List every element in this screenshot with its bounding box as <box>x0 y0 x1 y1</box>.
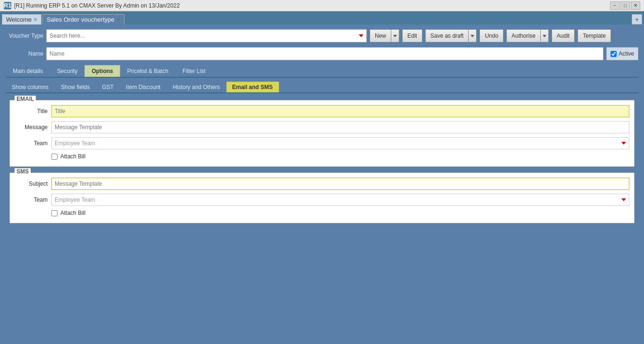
new-button-group: New <box>370 29 399 42</box>
authorise-button[interactable]: Authorise <box>506 29 540 42</box>
name-input[interactable] <box>46 47 603 60</box>
title-bar: R1 [R1] Running ERP 5.1 on CMAX Server B… <box>0 0 644 11</box>
new-dropdown-arrow-icon <box>393 35 397 37</box>
email-team-label: Team <box>15 140 48 147</box>
title-bar-title: [R1] Running ERP 5.1 on CMAX Server By A… <box>14 2 180 9</box>
sms-legend: SMS <box>15 168 31 175</box>
tab-welcome-label: Welcome <box>6 16 32 23</box>
voucher-type-label: Voucher Type <box>6 33 43 39</box>
sms-attach-bill-row: Attach Bill <box>15 210 629 216</box>
sms-section: SMS Subject Team Employee Team Attach Bi… <box>9 172 635 223</box>
voucher-type-search[interactable] <box>46 29 367 42</box>
sms-subject-input[interactable] <box>51 178 629 190</box>
subtab-history-others[interactable]: History and Others <box>166 82 226 92</box>
email-title-row: Title <box>15 105 629 117</box>
authorise-dropdown-arrow-icon <box>543 35 546 37</box>
form-sections: EMAIL Title Message Team Employee Team <box>6 98 638 231</box>
save-draft-dropdown-button[interactable] <box>468 29 477 42</box>
main-area: Voucher Type New Edit Save as draft Undo… <box>0 25 644 344</box>
content-panel: Show columns Show fields GST Item Discou… <box>6 78 638 235</box>
sms-team-placeholder: Employee Team <box>55 197 95 203</box>
email-legend: EMAIL <box>15 96 36 102</box>
nav-tabs: Main details Security Options Pricelist … <box>6 65 638 78</box>
save-draft-button[interactable]: Save as draft <box>425 29 469 42</box>
tab-add-button[interactable]: + <box>632 14 642 25</box>
email-title-input[interactable] <box>51 105 629 117</box>
audit-button[interactable]: Audit <box>552 29 575 42</box>
tab-welcome[interactable]: Welcome ✕ <box>2 14 41 25</box>
authorise-dropdown-button[interactable] <box>540 29 549 42</box>
tab-salesorder-label: Sales Order vouchertype <box>47 16 115 23</box>
subtab-gst[interactable]: GST <box>96 82 120 92</box>
edit-button[interactable]: Edit <box>402 29 422 42</box>
tab-bar: Welcome ✕ Sales Order vouchertype ✕ + <box>0 11 644 25</box>
tab-welcome-close[interactable]: ✕ <box>33 17 37 22</box>
email-message-row: Message <box>15 121 629 133</box>
sub-tabs: Show columns Show fields GST Item Discou… <box>6 82 638 93</box>
window-controls: − □ ✕ <box>610 1 640 10</box>
template-button[interactable]: Template <box>578 29 611 42</box>
name-input-wrap: Active <box>46 47 638 60</box>
tab-main-details[interactable]: Main details <box>6 65 50 77</box>
email-attach-bill-row: Attach Bill <box>15 153 629 160</box>
email-title-label: Title <box>15 108 48 115</box>
save-draft-dropdown-arrow-icon <box>471 35 474 37</box>
tab-salesorder[interactable]: Sales Order vouchertype ✕ <box>42 14 124 25</box>
maximize-button[interactable]: □ <box>620 1 630 10</box>
active-checkbox[interactable] <box>611 51 617 57</box>
tab-filter-list[interactable]: Filter List <box>175 65 213 77</box>
toolbar: Voucher Type New Edit Save as draft Undo… <box>6 29 638 42</box>
active-label: Active <box>619 50 634 57</box>
new-dropdown-button[interactable] <box>391 29 399 42</box>
undo-button[interactable]: Undo <box>479 29 504 42</box>
email-team-dropdown-arrow[interactable] <box>621 142 626 145</box>
tab-salesorder-close[interactable]: ✕ <box>116 17 120 22</box>
title-bar-left: R1 [R1] Running ERP 5.1 on CMAX Server B… <box>4 2 180 9</box>
sms-team-label: Team <box>15 197 48 203</box>
sms-team-row: Team Employee Team <box>15 194 629 206</box>
email-attach-bill-checkbox[interactable] <box>51 154 58 160</box>
sms-attach-bill-label: Attach Bill <box>60 210 85 216</box>
active-checkbox-wrap: Active <box>606 47 638 60</box>
close-button[interactable]: ✕ <box>631 1 640 10</box>
app-icon: R1 <box>4 2 11 9</box>
search-input[interactable] <box>50 33 359 39</box>
subtab-show-columns[interactable]: Show columns <box>6 82 55 92</box>
save-draft-button-group: Save as draft <box>425 29 477 42</box>
subtab-item-discount[interactable]: Item Discount <box>120 82 166 92</box>
search-dropdown-arrow[interactable] <box>359 34 363 37</box>
email-team-select[interactable]: Employee Team <box>51 137 629 149</box>
name-row: Name Active <box>6 47 638 60</box>
sms-team-select[interactable]: Employee Team <box>51 194 629 206</box>
sms-subject-label: Subject <box>15 180 48 187</box>
sms-subject-row: Subject <box>15 178 629 190</box>
email-attach-bill-label: Attach Bill <box>60 153 85 160</box>
email-message-input[interactable] <box>51 121 629 133</box>
email-section: EMAIL Title Message Team Employee Team <box>9 100 635 167</box>
email-team-row: Team Employee Team <box>15 137 629 149</box>
email-team-placeholder: Employee Team <box>55 140 95 147</box>
email-message-label: Message <box>15 124 48 131</box>
subtab-show-fields[interactable]: Show fields <box>55 82 96 92</box>
name-label: Name <box>6 50 43 57</box>
authorise-button-group: Authorise <box>506 29 549 42</box>
new-button[interactable]: New <box>370 29 391 42</box>
sms-attach-bill-checkbox[interactable] <box>51 210 58 216</box>
minimize-button[interactable]: − <box>610 1 619 10</box>
tab-pricelist-batch[interactable]: Pricelist & Batch <box>120 65 175 77</box>
subtab-email-sms[interactable]: Email and SMS <box>226 82 279 92</box>
sms-team-dropdown-arrow[interactable] <box>621 198 626 201</box>
tab-security[interactable]: Security <box>50 65 84 77</box>
tab-options[interactable]: Options <box>84 65 120 77</box>
